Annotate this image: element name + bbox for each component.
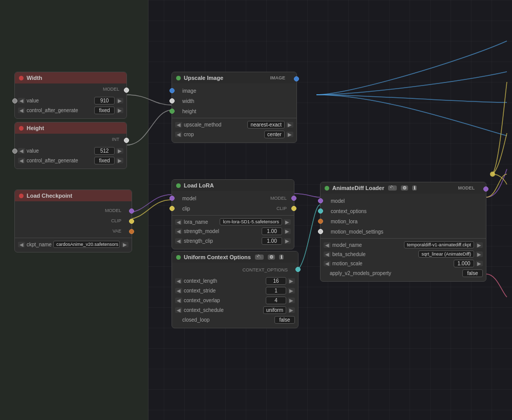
checkpoint-ckpt-row: ◀ ckpt_name cardosAnime_v20.safetensors … [15, 240, 132, 249]
upscale-header: Upscale Image IMAGE [172, 72, 296, 83]
uniform-out-socket[interactable] [295, 267, 301, 272]
lora-str-model-arrow-r[interactable]: ▶ [284, 228, 291, 234]
height-ctrl-value[interactable]: fixed [94, 157, 115, 164]
lora-clip-out-label: CLIP [276, 206, 287, 211]
uniform-csch-value[interactable]: uniform [263, 306, 286, 314]
uniform-co-arrow-l[interactable]: ◀ [175, 298, 182, 303]
uniform-cl-value[interactable]: 16 [266, 277, 286, 285]
uniform-co-value[interactable]: 4 [266, 297, 286, 304]
checkpoint-model-label: MODEL [105, 208, 121, 213]
lora-str-clip-arrow-r[interactable]: ▶ [284, 238, 291, 244]
upscale-method-arrow-l[interactable]: ◀ [175, 122, 182, 128]
checkpoint-vae-socket[interactable] [129, 229, 134, 234]
lora-clip-row: clip CLIP [172, 203, 294, 214]
lora-str-model-row: ◀ strength_model 1.00 ▶ [172, 226, 294, 236]
animdiff-beta-arrow-r[interactable]: ▶ [476, 251, 483, 257]
uniform-cs-arrow-l[interactable]: ◀ [175, 288, 182, 293]
upscale-width-socket[interactable] [169, 98, 175, 103]
animdiff-model-in-socket[interactable] [318, 198, 323, 203]
upscale-crop-arrow-r[interactable]: ▶ [286, 132, 293, 137]
height-ctrl-arrow-right[interactable]: ▶ [116, 158, 123, 163]
upscale-method-arrow-r[interactable]: ▶ [286, 122, 293, 128]
width-ctrl-value[interactable]: fixed [94, 107, 115, 114]
lora-clip-out-socket[interactable] [291, 206, 296, 211]
lora-str-clip-arrow-l[interactable]: ◀ [175, 238, 182, 244]
upscale-image-socket[interactable] [294, 76, 299, 81]
lora-clip-in-socket[interactable] [169, 206, 175, 211]
lora-name-arrow-r[interactable]: ▶ [284, 219, 291, 225]
upscale-height-socket[interactable] [169, 109, 175, 114]
checkpoint-vae-label: VAE [113, 228, 121, 234]
upscale-method-value[interactable]: nearest-exact [247, 121, 285, 129]
width-arrow-left[interactable]: ◀ [18, 98, 25, 103]
animdiff-v2-row: apply_v2_models_property false [321, 268, 486, 278]
checkpoint-ckpt-arrow-right[interactable]: ▶ [121, 242, 129, 247]
lora-str-clip-value[interactable]: 1.00 [262, 237, 282, 245]
animdiff-title: AnimateDiff Loader [332, 185, 384, 191]
height-ctrl-arrow-left[interactable]: ◀ [18, 158, 25, 163]
animdiff-beta-row: ◀ beta_schedule sqrt_linear (AnimateDiff… [321, 249, 486, 259]
width-left-socket [12, 98, 17, 103]
animdiff-mms-socket[interactable] [318, 229, 323, 234]
lora-model-out-socket[interactable] [291, 196, 296, 201]
height-int-socket[interactable] [124, 138, 129, 143]
uniform-csch-arrow-l[interactable]: ◀ [175, 307, 182, 313]
lora-name-value[interactable]: lcm-lora-SD1-5.safetensors [220, 218, 282, 225]
animdiff-badge2: ⚙ [401, 185, 408, 191]
height-arrow-right[interactable]: ▶ [116, 148, 123, 154]
width-node: Width MODEL ◀ value 910 ▶ ◀ control_afte… [14, 72, 127, 119]
lora-name-label: lora_name [184, 219, 218, 225]
height-value[interactable]: 512 [94, 147, 115, 155]
width-type-label: MODEL [103, 87, 119, 92]
checkpoint-clip-socket[interactable] [129, 219, 134, 224]
animdiff-beta-value[interactable]: sqrt_linear (AnimateDiff) [418, 250, 474, 258]
lora-str-clip-label: strength_clip [184, 238, 260, 244]
uniform-cs-value[interactable]: 1 [266, 287, 286, 295]
uniform-badge1: 🔌 [255, 255, 264, 260]
animdiff-mname-value[interactable]: temporaldiff-v1-animatediff.ckpt [404, 241, 474, 248]
width-int-socket[interactable] [124, 88, 129, 93]
uniform-cs-row: ◀ context_stride 1 ▶ [172, 286, 298, 296]
upscale-crop-arrow-l[interactable]: ◀ [175, 132, 182, 137]
height-arrow-left[interactable]: ◀ [18, 148, 25, 154]
uniform-cl-arrow-l[interactable]: ◀ [175, 278, 182, 284]
upscale-crop-value[interactable]: center [264, 131, 285, 138]
load-checkpoint-node: Load Checkpoint MODEL CLIP VAE ◀ ckpt_na… [14, 190, 132, 253]
upscale-crop-label: crop [184, 132, 263, 137]
animdiff-badge1: 🔌 [388, 185, 397, 191]
animdiff-ctx-socket[interactable] [318, 208, 323, 214]
animdiff-mscale-arrow-l[interactable]: ◀ [324, 261, 331, 266]
uniform-csch-arrow-r[interactable]: ▶ [288, 307, 295, 313]
lora-str-model-arrow-l[interactable]: ◀ [175, 228, 182, 234]
animdiff-mname-arrow-r[interactable]: ▶ [476, 242, 483, 248]
animdiff-mlora-socket[interactable] [318, 219, 323, 224]
animdiff-mname-arrow-l[interactable]: ◀ [324, 242, 331, 248]
width-value[interactable]: 910 [94, 97, 115, 104]
width-arrow-right[interactable]: ▶ [116, 98, 123, 103]
lora-model-in-socket[interactable] [169, 196, 175, 201]
checkpoint-model-socket[interactable] [129, 208, 134, 214]
animdiff-beta-arrow-l[interactable]: ◀ [324, 251, 331, 257]
uniform-cs-arrow-r[interactable]: ▶ [288, 288, 295, 293]
animdiff-v2-value[interactable]: false [462, 269, 483, 277]
lora-dot [176, 183, 181, 188]
uniform-body: CONTEXT_OPTIONS ◀ context_length 16 ▶ ◀ … [172, 263, 298, 328]
checkpoint-ckpt-arrow-left[interactable]: ◀ [18, 242, 25, 247]
width-ctrl-label: control_after_generate [27, 108, 93, 113]
uniform-co-arrow-r[interactable]: ▶ [288, 298, 295, 303]
width-ctrl-arrow-left[interactable]: ◀ [18, 108, 25, 113]
animdiff-model-out-socket[interactable] [483, 186, 488, 192]
width-title: Width [27, 75, 42, 81]
lora-clip-label: clip [182, 206, 276, 212]
animdiff-beta-label: beta_schedule [332, 251, 417, 257]
uniform-loop-value[interactable]: false [274, 316, 295, 324]
uniform-out-label: CONTEXT_OPTIONS [242, 267, 288, 272]
uniform-cl-arrow-r[interactable]: ▶ [288, 278, 295, 284]
checkpoint-ckpt-value[interactable]: cardosAnime_v20.safetensors [53, 241, 120, 248]
upscale-image-in-socket[interactable] [169, 88, 175, 93]
width-ctrl-arrow-right[interactable]: ▶ [116, 108, 123, 113]
animdiff-mscale-value[interactable]: 1.000 [454, 260, 474, 267]
lora-name-arrow-l[interactable]: ◀ [175, 219, 182, 225]
lora-str-model-value[interactable]: 1.00 [262, 227, 282, 235]
animdiff-mscale-arrow-r[interactable]: ▶ [476, 261, 483, 266]
